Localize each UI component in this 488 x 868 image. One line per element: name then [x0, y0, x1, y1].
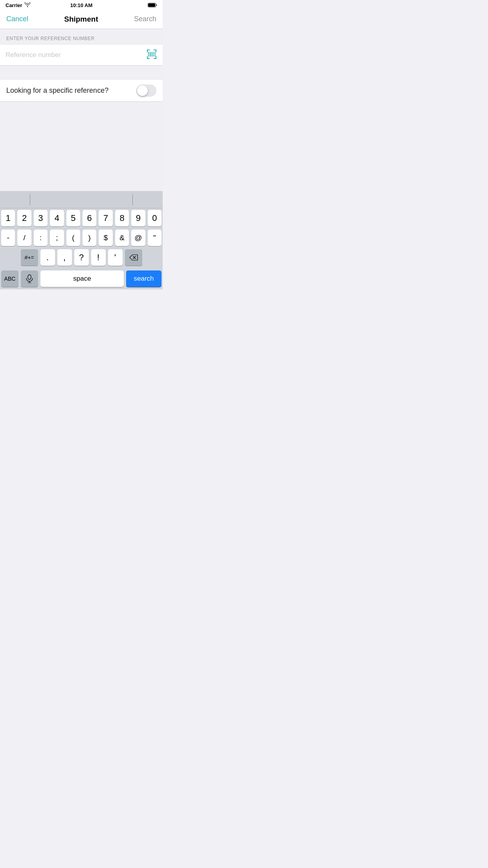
svg-rect-17	[28, 275, 31, 280]
key-close-paren[interactable]: )	[83, 230, 96, 246]
key-8[interactable]: 8	[115, 210, 129, 226]
key-4[interactable]: 4	[50, 210, 64, 226]
toggle-row: Looking for a specific reference?	[0, 80, 163, 102]
key-at[interactable]: @	[131, 230, 145, 246]
key-5[interactable]: 5	[66, 210, 80, 226]
keyboard-bottom-row: ABC space search	[0, 269, 163, 289]
key-hashtag[interactable]: #+=	[21, 249, 38, 266]
key-9[interactable]: 9	[131, 210, 145, 226]
key-microphone[interactable]	[21, 270, 38, 287]
status-time: 10:10 AM	[70, 2, 93, 8]
specific-reference-toggle[interactable]	[136, 85, 156, 97]
keyboard-top-bar	[0, 191, 163, 208]
key-ampersand[interactable]: &	[115, 230, 129, 246]
key-slash[interactable]: /	[17, 230, 31, 246]
key-apostrophe[interactable]: '	[108, 249, 123, 266]
svg-rect-11	[149, 52, 150, 57]
svg-rect-16	[155, 52, 156, 57]
key-exclamation[interactable]: !	[91, 249, 106, 266]
backspace-icon	[129, 254, 138, 261]
microphone-icon	[26, 274, 33, 283]
barcode-scan-button[interactable]	[146, 49, 157, 61]
gray-gap	[0, 66, 163, 80]
key-colon[interactable]: :	[34, 230, 48, 246]
svg-rect-14	[153, 52, 154, 57]
carrier-label: Carrier	[6, 2, 22, 8]
key-abc[interactable]: ABC	[1, 270, 18, 287]
svg-rect-3	[147, 50, 148, 52]
key-dash[interactable]: -	[1, 230, 15, 246]
status-bar: Carrier 10:10 AM	[0, 0, 163, 9]
key-semicolon[interactable]: ;	[50, 230, 64, 246]
key-0[interactable]: 0	[148, 210, 161, 226]
handle-right	[132, 194, 133, 205]
keyboard-punct-row: #+= . , ? ! '	[1, 249, 161, 266]
search-nav-button[interactable]: Search	[134, 15, 156, 23]
reference-input-row	[0, 45, 163, 66]
handle-left	[30, 194, 30, 205]
key-7[interactable]: 7	[99, 210, 112, 226]
toggle-label: Looking for a specific reference?	[6, 86, 108, 95]
key-2[interactable]: 2	[17, 210, 31, 226]
svg-rect-1	[148, 4, 155, 7]
svg-rect-5	[156, 50, 156, 52]
keyboard-number-row: 1 2 3 4 5 6 7 8 9 0	[1, 210, 161, 226]
keyboard-area: 1 2 3 4 5 6 7 8 9 0 - / : ; ( ) $ & @ " …	[0, 191, 163, 289]
svg-rect-13	[152, 52, 152, 57]
section-label-area: ENTER YOUR REFERENCE NUMBER	[0, 29, 163, 45]
key-1[interactable]: 1	[1, 210, 15, 226]
battery-icon	[148, 3, 157, 7]
backspace-key[interactable]	[125, 249, 142, 266]
keyboard-symbol-row: - / : ; ( ) $ & @ "	[1, 230, 161, 246]
svg-rect-10	[148, 52, 149, 57]
section-label: ENTER YOUR REFERENCE NUMBER	[6, 36, 95, 41]
nav-bar: Cancel Shipment Search	[0, 9, 163, 29]
space-key[interactable]: space	[40, 270, 124, 287]
key-3[interactable]: 3	[34, 210, 48, 226]
key-period[interactable]: .	[40, 249, 55, 266]
cancel-button[interactable]: Cancel	[6, 15, 28, 23]
key-quote[interactable]: "	[148, 230, 161, 246]
svg-rect-7	[147, 56, 148, 59]
toggle-knob	[137, 85, 148, 96]
key-comma[interactable]: ,	[57, 249, 72, 266]
reference-input[interactable]	[6, 51, 143, 59]
page-title: Shipment	[64, 15, 98, 24]
svg-rect-15	[154, 52, 154, 57]
search-key[interactable]: search	[126, 270, 161, 287]
wifi-icon	[24, 2, 31, 8]
key-open-paren[interactable]: (	[66, 230, 80, 246]
keyboard-handles	[30, 194, 133, 205]
key-6[interactable]: 6	[83, 210, 96, 226]
svg-rect-9	[156, 56, 156, 59]
svg-rect-12	[150, 52, 151, 57]
key-dollar[interactable]: $	[99, 230, 112, 246]
key-question[interactable]: ?	[74, 249, 89, 266]
